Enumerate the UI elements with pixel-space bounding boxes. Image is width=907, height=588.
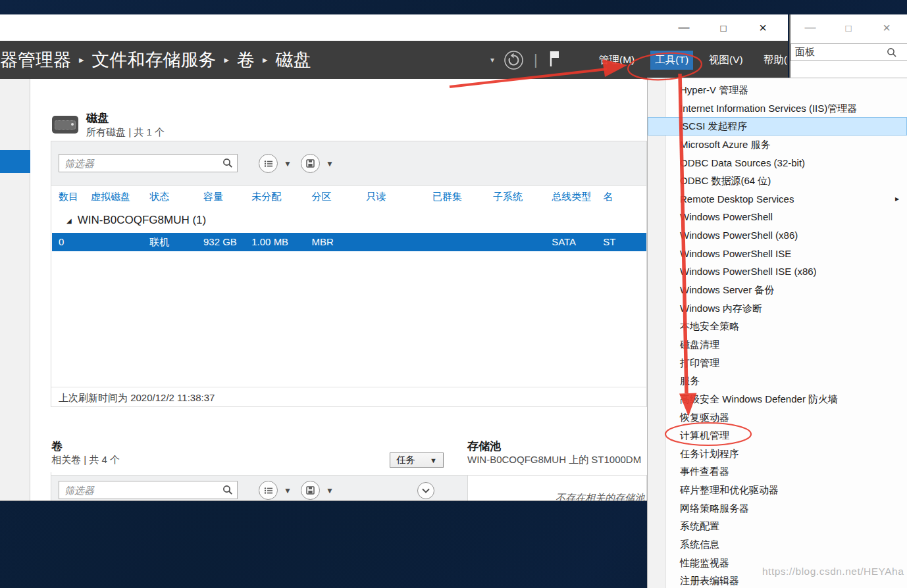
column-header[interactable]: 总线类型 [552, 186, 603, 206]
disk-cell [366, 233, 432, 251]
tools-menu-item[interactable]: 服务 [648, 372, 907, 390]
tools-menu-item[interactable]: 恢复驱动器 [648, 408, 907, 427]
tools-menu-item[interactable]: Windows PowerShell ISE [648, 245, 907, 263]
minimize-button[interactable]: — [791, 21, 829, 34]
last-refresh-status: 上次刷新时间为 2020/12/2 11:38:37 [51, 387, 646, 407]
search-icon [222, 485, 233, 498]
column-header[interactable]: 状态 [149, 186, 203, 206]
column-header[interactable]: 名 [603, 186, 646, 206]
column-header[interactable]: 数目 [59, 186, 91, 206]
column-header[interactable]: 只读 [366, 186, 432, 206]
list-view-button[interactable] [259, 481, 278, 500]
chevron-down-icon[interactable]: ▼ [326, 486, 334, 495]
disks-panel-title: 磁盘 [86, 112, 165, 125]
disk-cell: 0 [59, 233, 91, 251]
tools-menu-item[interactable]: 系统信息 [648, 535, 907, 554]
tools-menu-item[interactable]: Windows PowerShell [648, 208, 907, 226]
tools-menu-item[interactable]: Microsoft Azure 服务 [648, 135, 907, 154]
tools-menu-item[interactable]: Hyper-V 管理器 [648, 81, 907, 99]
disk-cell: SATA [552, 233, 603, 251]
close-button[interactable]: × [868, 20, 906, 36]
breadcrumb-volumes[interactable]: 卷 [237, 48, 255, 72]
expand-section-button[interactable] [417, 482, 434, 499]
chevron-down-icon[interactable]: ▾ [490, 55, 494, 64]
titlebar: — □ × [0, 14, 788, 41]
floppy-disk-icon [306, 486, 315, 495]
disk-cell: 1.00 MB [251, 233, 311, 251]
chevron-down-icon[interactable]: ▼ [284, 486, 292, 495]
breadcrumb-bar: 器管理器 ▸ 文件和存储服务 ▸ 卷 ▸ 磁盘 ▾ | [0, 41, 788, 79]
volumes-panel-subtitle: 相关卷 | 共 4 个 [51, 454, 120, 466]
tools-menu-item[interactable]: 磁盘清理 [648, 335, 907, 354]
search-icon [887, 47, 897, 60]
chevron-down-icon[interactable]: ▼ [326, 159, 334, 168]
submenu-arrow-icon: ▸ [895, 190, 899, 208]
column-header[interactable]: 子系统 [493, 186, 552, 206]
search-text: 面板 [795, 46, 815, 57]
disk-drive-icon [52, 116, 78, 134]
tools-menu-item[interactable]: Windows Server 备份 [648, 281, 907, 299]
disk-group-row[interactable]: ◢ WIN-B0COQFG8MUH (1) [66, 214, 206, 227]
disk-cell: 联机 [149, 233, 203, 251]
tools-menu-item[interactable]: 任务计划程序 [648, 445, 907, 463]
column-header[interactable]: 容量 [203, 186, 251, 206]
tools-menu-item[interactable]: Windows PowerShell (x86) [648, 226, 907, 245]
tools-menu-item[interactable]: Remote Desktop Services▸ [648, 190, 907, 208]
save-view-button[interactable] [301, 481, 320, 500]
nav-rail-selected-item[interactable] [0, 150, 30, 173]
volumes-tasks-button[interactable]: 任务 ▼ [390, 453, 444, 468]
disk-cell [493, 233, 552, 251]
chevron-down-icon: ▼ [430, 456, 437, 464]
tools-menu-item[interactable]: 碎片整理和优化驱动器 [648, 481, 907, 499]
tools-menu-item[interactable]: ODBC 数据源(64 位) [648, 172, 907, 190]
tools-menu-item[interactable]: 网络策略服务器 [648, 499, 907, 518]
menu-help[interactable]: 帮助(H) [759, 51, 788, 70]
tools-menu-item[interactable]: Windows 内存诊断 [648, 299, 907, 318]
storage-pools-title: 存储池 [467, 439, 501, 454]
column-header[interactable]: 已群集 [432, 186, 493, 206]
tools-menu-item[interactable]: 高级安全 Windows Defender 防火墙 [648, 390, 907, 408]
tools-menu-item[interactable]: 打印管理 [648, 354, 907, 372]
breadcrumb-disks[interactable]: 磁盘 [276, 48, 311, 72]
menu-view[interactable]: 视图(V) [704, 51, 748, 70]
column-header[interactable]: 未分配 [251, 186, 311, 206]
tools-menu-item[interactable]: Windows PowerShell ISE (x86) [648, 262, 907, 281]
breadcrumb-server-manager[interactable]: 器管理器 [0, 48, 71, 72]
maximize-button[interactable]: □ [829, 22, 868, 34]
column-header[interactable]: 分区 [311, 186, 366, 206]
column-header[interactable]: 虚拟磁盘 [91, 186, 149, 206]
menu-tools[interactable]: 工具(T) [650, 51, 693, 70]
tools-menu-item[interactable]: 本地安全策略 [648, 317, 907, 335]
breadcrumb-separator-icon: ▸ [224, 54, 230, 66]
tools-menu-item[interactable]: iSCSI 发起程序 [648, 117, 907, 135]
disks-panel-subtitle: 所有磁盘 | 共 1 个 [86, 126, 165, 139]
notifications-flag-button[interactable] [548, 49, 562, 70]
collapse-triangle-icon[interactable]: ◢ [66, 217, 72, 224]
tools-menu-item[interactable]: Internet Information Services (IIS)管理器 [648, 99, 907, 118]
storage-pools-subtitle: WIN-B0COQFG8MUH 上的 ST1000DM [467, 454, 647, 466]
toolbar-divider: | [534, 51, 538, 68]
list-view-button[interactable] [259, 154, 278, 173]
menu-manage[interactable]: 管理(M) [594, 51, 639, 70]
disks-filter-input[interactable] [59, 154, 238, 172]
control-panel-search-input[interactable]: 面板 [790, 43, 907, 61]
close-button[interactable]: × [743, 20, 783, 36]
tools-menu-item[interactable]: 事件查看器 [648, 462, 907, 481]
tools-menu-item[interactable]: ODBC Data Sources (32-bit) [648, 154, 907, 172]
floppy-disk-icon [306, 159, 315, 168]
search-icon [222, 158, 233, 171]
tools-menu-item[interactable]: 计算机管理 [648, 426, 907, 445]
volumes-filter-input[interactable] [59, 481, 238, 499]
breadcrumb-file-storage-services[interactable]: 文件和存储服务 [92, 48, 217, 72]
minimize-button[interactable]: — [664, 21, 704, 34]
storage-pools-empty-message: 不存在相关的存储池 [556, 492, 644, 501]
chevron-down-icon[interactable]: ▼ [284, 159, 292, 168]
refresh-button[interactable] [503, 49, 524, 70]
disk-row[interactable]: 0联机932 GB1.00 MBMBRSATAST [52, 233, 646, 251]
breadcrumb-separator-icon: ▸ [263, 54, 268, 66]
save-view-button[interactable] [301, 154, 320, 173]
breadcrumb-separator-icon: ▸ [79, 54, 84, 66]
maximize-button[interactable]: □ [704, 22, 743, 34]
chevron-down-icon [422, 488, 430, 493]
tools-menu-item[interactable]: 系统配置 [648, 517, 907, 535]
